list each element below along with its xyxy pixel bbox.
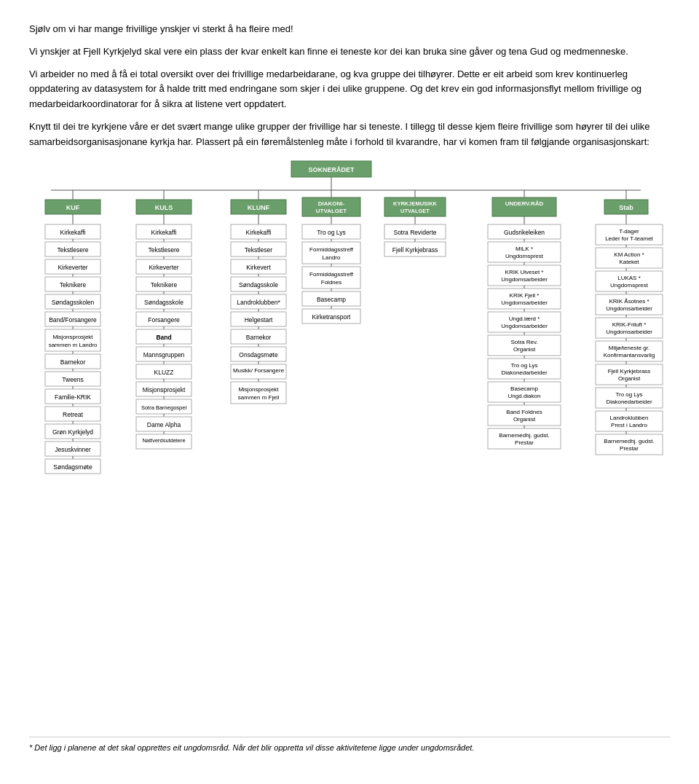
- svg-text:Ungdomsarbeider: Ungdomsarbeider: [606, 329, 652, 335]
- intro-p4: Knytt til dei tre kyrkjene våre er det s…: [29, 119, 670, 150]
- svg-text:Kirkeverter: Kirkeverter: [149, 264, 178, 271]
- svg-text:Miljø/teneste gr.: Miljø/teneste gr.: [609, 345, 649, 351]
- svg-text:Misjonsprosjekt: Misjonsprosjekt: [238, 386, 279, 393]
- svg-text:Helgestart: Helgestart: [245, 316, 273, 324]
- intro-p1: Sjølv om vi har mange frivillige ynskjer…: [29, 22, 670, 37]
- svg-text:Ungdomsarbeider: Ungdomsarbeider: [501, 299, 548, 306]
- svg-text:KRIK Åsotnes *: KRIK Åsotnes *: [609, 298, 649, 305]
- svg-text:Ungd.diakon: Ungd.diakon: [508, 393, 541, 399]
- svg-text:Kateket: Kateket: [619, 259, 639, 265]
- svg-text:Ungdomsarbeider: Ungdomsarbeider: [501, 276, 548, 283]
- svg-text:Band Foldnes: Band Foldnes: [506, 409, 542, 415]
- svg-text:Fjell Kyrkjebrass: Fjell Kyrkjebrass: [608, 368, 651, 375]
- svg-text:Fjell Kyrkjebrass: Fjell Kyrkjebrass: [392, 246, 438, 254]
- org-chart: SOKNERÅDET KUF KULS KLUNF: [29, 157, 670, 726]
- svg-text:Tro og Lys: Tro og Lys: [317, 229, 346, 236]
- svg-text:Teknikere: Teknikere: [60, 281, 87, 289]
- svg-text:DIAKONI-: DIAKONI-: [318, 200, 345, 207]
- svg-text:Tekstlesere: Tekstlesere: [58, 246, 89, 254]
- svg-text:KLUNF: KLUNF: [248, 204, 270, 211]
- svg-text:Sotra Rev.: Sotra Rev.: [510, 339, 537, 345]
- svg-text:MILK *: MILK *: [516, 246, 533, 252]
- svg-text:Organist: Organist: [513, 416, 536, 423]
- svg-text:Musikk/ Forsangere: Musikk/ Forsangere: [233, 367, 285, 374]
- svg-text:Formiddagsstreff: Formiddagsstreff: [309, 246, 354, 253]
- svg-text:Ungdomsprest: Ungdomsprest: [610, 282, 649, 289]
- svg-text:KLUZZ: KLUZZ: [154, 369, 174, 376]
- svg-text:Prestar: Prestar: [620, 445, 639, 452]
- svg-text:Landroklubben*: Landroklubben*: [237, 299, 280, 306]
- svg-text:KYRKJEMUSIKK: KYRKJEMUSIKK: [393, 200, 438, 207]
- svg-text:Ungdomsarbeider: Ungdomsarbeider: [606, 305, 652, 312]
- svg-text:SOKNERÅDET: SOKNERÅDET: [308, 166, 355, 173]
- svg-text:Tro og Lys: Tro og Lys: [510, 362, 537, 369]
- svg-text:Kirkeverter: Kirkeverter: [58, 264, 87, 271]
- svg-text:Misjonsprosjekt: Misjonsprosjekt: [143, 386, 186, 393]
- svg-text:Tekstlesere: Tekstlesere: [149, 246, 180, 254]
- svg-text:Barnemedhj. gudst.: Barnemedhj. gudst.: [499, 432, 549, 439]
- svg-text:Basecamp: Basecamp: [317, 296, 346, 303]
- svg-text:Landro: Landro: [323, 254, 341, 261]
- svg-text:Diakonedarbeider: Diakonedarbeider: [501, 369, 547, 376]
- svg-text:Ungdomsprest: Ungdomsprest: [505, 253, 544, 259]
- svg-text:Forsangere: Forsangere: [148, 316, 180, 324]
- svg-text:Tekstleser: Tekstleser: [245, 246, 272, 254]
- svg-text:Familie-KRIK: Familie-KRIK: [55, 393, 91, 401]
- svg-text:Basecamp: Basecamp: [510, 385, 538, 392]
- svg-text:KRIK Ulveset *: KRIK Ulveset *: [505, 269, 544, 275]
- svg-text:Kirkekaffi: Kirkekaffi: [60, 229, 86, 236]
- svg-text:Foldnes: Foldnes: [321, 279, 341, 286]
- svg-text:Landroklubben: Landroklubben: [610, 415, 649, 421]
- org-chart-svg: SOKNERÅDET KUF KULS KLUNF: [29, 157, 670, 726]
- svg-text:KULS: KULS: [155, 204, 173, 211]
- svg-text:Gudsrikeleiken: Gudsrikeleiken: [504, 229, 545, 236]
- svg-text:Mannsgruppen: Mannsgruppen: [143, 351, 185, 358]
- svg-text:Tweens: Tweens: [62, 376, 83, 383]
- svg-text:Formiddagsstreff: Formiddagsstreff: [309, 271, 354, 278]
- svg-text:Band: Band: [156, 334, 171, 341]
- svg-text:KUF: KUF: [66, 204, 80, 211]
- svg-text:Søndagsmøte: Søndagsmøte: [53, 463, 92, 471]
- svg-text:Band/Forsangere: Band/Forsangere: [49, 316, 97, 324]
- svg-text:sammen m Fjell: sammen m Fjell: [238, 394, 280, 401]
- svg-text:Sotra Reviderte: Sotra Reviderte: [393, 229, 436, 236]
- svg-text:Prestar: Prestar: [515, 439, 534, 446]
- svg-text:Jesuskvinner: Jesuskvinner: [55, 446, 91, 453]
- svg-text:Ungd.lærd *: Ungd.lærd *: [509, 315, 540, 322]
- svg-text:Organist: Organist: [618, 375, 641, 382]
- svg-text:LUKAS *: LUKAS *: [617, 275, 641, 281]
- svg-text:Konfirmantansvarlig: Konfirmantansvarlig: [604, 352, 655, 358]
- svg-text:Dame Alpha: Dame Alpha: [147, 421, 181, 428]
- svg-text:Diakonedarbeider: Diakonedarbeider: [606, 399, 652, 405]
- svg-text:Stab: Stab: [619, 204, 633, 211]
- svg-text:UNDERV.RÅD: UNDERV.RÅD: [505, 200, 544, 207]
- svg-text:Søndagsskolen: Søndagsskolen: [52, 299, 95, 306]
- svg-text:Sotra Barnegospel: Sotra Barnegospel: [141, 404, 186, 411]
- svg-text:Kirkekaffi: Kirkekaffi: [246, 229, 272, 236]
- svg-text:T-dager: T-dager: [619, 228, 639, 235]
- svg-text:KRIK Fjell *: KRIK Fjell *: [510, 292, 540, 299]
- svg-text:Barnemedhj. gudst.: Barnemedhj. gudst.: [604, 438, 654, 444]
- svg-text:KM Action *: KM Action *: [614, 251, 644, 258]
- svg-text:Søndagsskole: Søndagsskole: [239, 281, 278, 289]
- svg-text:Onsdagsmøte: Onsdagsmøte: [239, 351, 278, 358]
- svg-text:Organist: Organist: [513, 346, 536, 353]
- svg-text:Søndagsskole: Søndagsskole: [144, 299, 183, 306]
- svg-text:Ungdomsarbeider: Ungdomsarbeider: [501, 323, 548, 329]
- svg-text:Barnekor: Barnekor: [60, 358, 86, 366]
- svg-text:Retreat: Retreat: [63, 411, 84, 418]
- svg-text:UTVALGET: UTVALGET: [400, 208, 430, 214]
- svg-text:Kirkekaffi: Kirkekaffi: [151, 229, 177, 236]
- svg-text:Kirketransport: Kirketransport: [312, 313, 352, 321]
- intro-section: Sjølv om vi har mange frivillige ynskjer…: [29, 22, 670, 150]
- svg-text:Barnekor: Barnekor: [246, 334, 272, 341]
- intro-p3: Vi arbeider no med å få ei total oversik…: [29, 67, 670, 112]
- svg-text:Leder for T-teamet: Leder for T-teamet: [605, 235, 653, 242]
- svg-text:KRIK-Friluft *: KRIK-Friluft *: [612, 321, 647, 328]
- svg-text:Nattverdsutdelere: Nattverdsutdelere: [142, 437, 185, 444]
- svg-text:Grøn Kyrkjelyd: Grøn Kyrkjelyd: [52, 428, 93, 436]
- svg-text:Misjonsprosjekt: Misjonsprosjekt: [52, 334, 93, 340]
- svg-text:sammen m Landro: sammen m Landro: [49, 342, 98, 348]
- svg-text:Prest i Landro: Prest i Landro: [611, 422, 647, 428]
- intro-p2: Vi ynskjer at Fjell Kyrkjelyd skal vere …: [29, 44, 670, 60]
